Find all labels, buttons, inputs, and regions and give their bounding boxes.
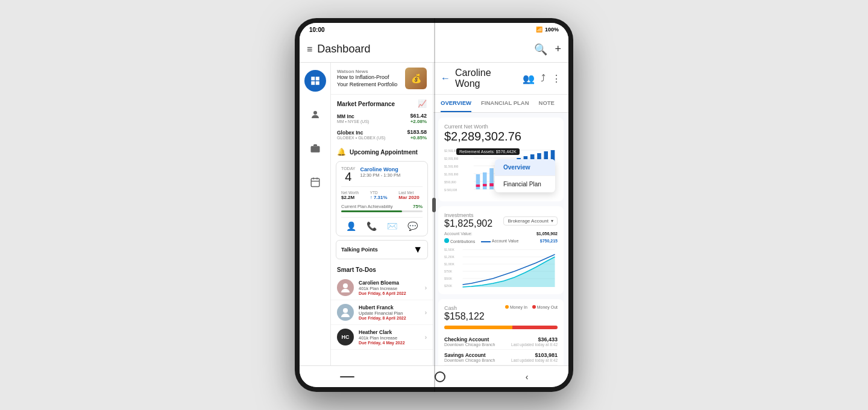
news-card[interactable]: Watson News How to Inflation-Proof Your …: [331, 63, 433, 95]
money-in-legend: Money In: [505, 305, 527, 309]
tab-overview[interactable]: OVERVIEW: [441, 95, 471, 112]
savings-branch: Downtown Chicago Branch: [444, 358, 495, 362]
market-mm-info: MM Inc MM • NYSE (US): [337, 113, 369, 124]
todo-name-heather: Heather Clark: [359, 329, 420, 335]
cash-label: Cash: [444, 305, 485, 311]
nav-back-chevron[interactable]: ‹: [526, 372, 529, 382]
talking-points-row[interactable]: Talking Points ▼: [336, 240, 428, 259]
right-panel: ← Caroline Wong 👥 ⤴ ⋮ Overview Financial…: [433, 63, 568, 365]
email-icon[interactable]: ✉️: [387, 221, 397, 231]
money-out-dot: [532, 305, 536, 309]
todo-item-carolien[interactable]: Carolien Bloema 401k Plan Increase Due F…: [331, 276, 433, 300]
networth-value: $2.2M: [341, 195, 365, 200]
todo-chevron-heather: ›: [425, 334, 427, 341]
svg-rect-3: [315, 81, 319, 85]
legend-account-value: Account Value: [481, 239, 518, 243]
contact-icons: 👤 📞 ✉️ 💬: [341, 217, 423, 231]
savings-info: Savings Account Downtown Chicago Branch: [444, 352, 495, 362]
plan-pct: 75%: [413, 204, 423, 209]
market-mm-change: +2.08%: [410, 119, 427, 124]
appointment-card[interactable]: Today 4 Caroline Wong 12:30 PM - 1:30 PM…: [336, 161, 428, 236]
svg-text:$1,093,990: $1,093,990: [444, 173, 459, 176]
investments-value: $1,825,902: [444, 218, 492, 229]
svg-rect-0: [311, 77, 315, 80]
account-selector[interactable]: Brokerage Account ▾: [503, 216, 558, 226]
todo-item-heather[interactable]: HC Heather Clark 401k Plan Increase Due …: [331, 325, 433, 350]
todo-due-carolien: Due Friday, 6 April 2022: [359, 291, 420, 295]
svg-text:$1,500K: $1,500K: [444, 248, 454, 251]
net-worth-value: $2,289,302.76: [444, 130, 558, 144]
sidebar-calendar-icon[interactable]: [304, 171, 326, 193]
tab-financial-plan[interactable]: FINANCIAL PLAN: [481, 95, 529, 112]
account-value: $1,056,902: [536, 232, 558, 236]
market-globex-change: +0.85%: [407, 135, 427, 140]
header-actions: 🔍 +: [534, 43, 561, 56]
phone-icon[interactable]: 📞: [366, 221, 377, 231]
cash-card: Cash $158,122 Money In Money Out: [438, 299, 564, 365]
hamburger-menu[interactable]: ≡: [307, 44, 312, 55]
left-panel: Watson News How to Inflation-Proof Your …: [331, 63, 433, 365]
nav-lines-icon[interactable]: [340, 376, 354, 377]
sidebar-dashboard-icon[interactable]: [304, 70, 326, 92]
todo-item-hubert[interactable]: Hubert Franck Update Financial Plan Due …: [331, 300, 433, 325]
status-icons: 📶 100%: [536, 27, 559, 33]
cash-bar-out: [512, 326, 558, 329]
nav-home-circle[interactable]: [435, 371, 445, 382]
status-time: 10:00: [309, 27, 325, 33]
svg-text:$2,093,990: $2,093,990: [444, 157, 459, 160]
svg-text:$-500,008: $-500,008: [444, 189, 457, 192]
checking-updated: Last updated today at 8:42: [511, 342, 558, 347]
account-savings[interactable]: Savings Account Downtown Chicago Branch …: [444, 350, 558, 365]
account-checking[interactable]: Checking Account Downtown Chicago Branch…: [444, 334, 558, 350]
sidebar-portfolio-icon[interactable]: [304, 137, 326, 159]
account-selector-chevron: ▾: [551, 218, 553, 224]
investments-card: Investments $1,825,902 Brokerage Account…: [438, 206, 564, 294]
contributions-dot: [444, 238, 449, 243]
market-globex-price: $183.58 +0.85%: [407, 129, 427, 140]
account-value-line: [481, 241, 491, 242]
svg-rect-25: [476, 184, 480, 187]
svg-text:$500K: $500K: [444, 277, 453, 280]
back-button[interactable]: ←: [441, 73, 450, 84]
cash-legend: Money In Money Out: [505, 305, 558, 309]
share-icon[interactable]: ⤴: [541, 73, 546, 84]
account-selector-label: Brokerage Account: [508, 218, 549, 224]
client-tabs: OVERVIEW FINANCIAL PLAN NOTE: [433, 95, 568, 113]
savings-name: Savings Account: [444, 352, 495, 358]
ytd-label: YTD: [370, 191, 394, 195]
cash-value: $158,122: [444, 311, 485, 322]
money-in-dot: [505, 305, 509, 309]
dropdown-overview[interactable]: Overview: [495, 159, 555, 176]
svg-text:$1,593,990: $1,593,990: [444, 165, 459, 168]
svg-rect-27: [483, 184, 487, 186]
add-contact-icon[interactable]: 👥: [523, 73, 535, 84]
more-options-icon[interactable]: ⋮: [552, 73, 561, 84]
market-item-mm[interactable]: MM Inc MM • NYSE (US) $61.42 +2.08%: [331, 110, 433, 127]
dropdown-financial-plan[interactable]: Financial Plan: [495, 176, 555, 192]
add-icon[interactable]: +: [555, 43, 561, 55]
svg-rect-24: [476, 174, 480, 189]
svg-rect-1: [315, 77, 319, 80]
news-thumbnail: 💰: [405, 68, 427, 89]
stat-lastmet: Last Met Mar 2020: [398, 191, 423, 200]
talking-label: Talking Points: [341, 247, 378, 253]
todo-name-carolien: Carolien Bloema: [359, 280, 420, 286]
svg-point-11: [343, 308, 348, 313]
market-globex-value: $183.58: [407, 129, 427, 135]
plan-row: Current Plan Achievability 75%: [341, 204, 423, 209]
message-icon[interactable]: 💬: [407, 221, 418, 231]
account-list: Checking Account Downtown Chicago Branch…: [444, 334, 558, 365]
todo-avatar-heather: HC: [337, 329, 354, 345]
search-icon[interactable]: 🔍: [534, 43, 547, 56]
contacts-icon[interactable]: 👤: [346, 221, 356, 231]
invest-chart: $1,500K $1,250K $1,000K $750K $500K $250…: [444, 246, 558, 288]
sidebar-contacts-icon[interactable]: [304, 104, 326, 125]
plan-progress-fill: [341, 210, 402, 212]
todo-task-hubert: Update Financial Plan: [359, 311, 420, 316]
market-item-globex[interactable]: Globex Inc GLOBEX • GLOBEX (US) $183.58 …: [331, 127, 433, 143]
tab-note[interactable]: NOTE: [539, 95, 555, 112]
todo-chevron-hubert: ›: [425, 309, 427, 316]
appt-client-name: Caroline Wong: [360, 166, 423, 172]
stat-networth: Net Worth $2.2M: [341, 191, 365, 200]
todo-name-hubert: Hubert Franck: [359, 304, 420, 311]
